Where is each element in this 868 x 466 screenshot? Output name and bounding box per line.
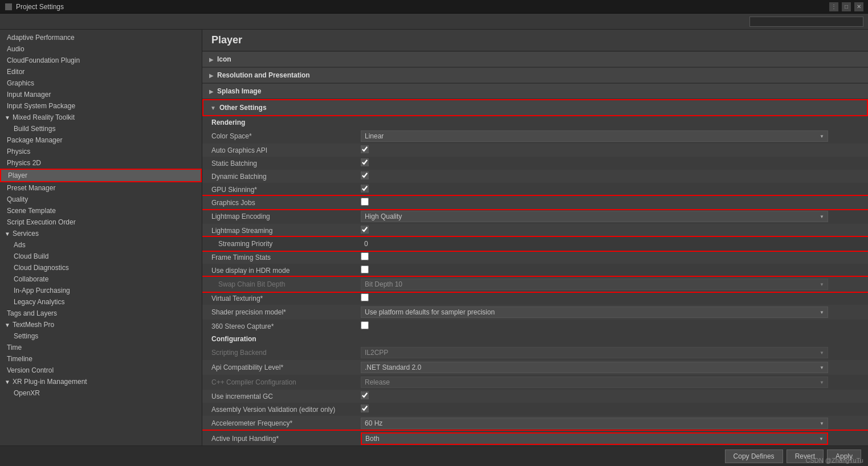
color-space-label: Color Space* bbox=[202, 129, 356, 144]
frame-timing-row: Frame Timing Stats bbox=[202, 251, 868, 264]
icon-section-title: Icon bbox=[217, 55, 231, 63]
incremental-gc-label: Use incremental GC bbox=[202, 390, 356, 403]
watermark: CSDN @ZhangTuTu bbox=[806, 457, 863, 464]
swap-chain-value: Bit Depth 10 ▼ bbox=[356, 277, 868, 292]
stereo-capture-label: 360 Stereo Capture* bbox=[202, 320, 356, 333]
copy-defines-button[interactable]: Copy Defines bbox=[725, 449, 783, 463]
sidebar-item-inapp-purchasing[interactable]: In-App Purchasing bbox=[0, 285, 202, 296]
sidebar-item-version-control[interactable]: Version Control bbox=[0, 365, 202, 376]
incremental-gc-checkbox[interactable] bbox=[361, 391, 369, 399]
sidebar-item-scene-template[interactable]: Scene Template bbox=[0, 205, 202, 216]
close-btn[interactable]: ✕ bbox=[854, 2, 863, 11]
static-batching-checkbox[interactable] bbox=[361, 158, 369, 166]
sidebar-item-graphics[interactable]: Graphics bbox=[0, 77, 202, 89]
sidebar-item-player[interactable]: Player bbox=[0, 169, 202, 182]
maximize-btn[interactable]: □ bbox=[842, 2, 851, 11]
hdr-mode-checkbox[interactable] bbox=[361, 265, 369, 273]
sidebar-item-openxr[interactable]: OpenXR bbox=[0, 387, 202, 399]
dynamic-batching-checkbox[interactable] bbox=[361, 171, 369, 179]
api-compatibility-dropdown[interactable]: .NET Standard 2.0 ▼ bbox=[361, 362, 828, 373]
swap-chain-dropdown-value: Bit Depth 10 bbox=[365, 280, 402, 288]
frame-timing-value bbox=[356, 251, 868, 264]
sidebar-item-legacy-analytics[interactable]: Legacy Analytics bbox=[0, 296, 202, 308]
section-splash[interactable]: ▶ Splash Image bbox=[202, 83, 868, 99]
sidebar-item-preset-manager[interactable]: Preset Manager bbox=[0, 182, 202, 194]
streaming-priority-value bbox=[356, 237, 868, 251]
section-resolution[interactable]: ▶ Resolution and Presentation bbox=[202, 67, 868, 83]
graphics-jobs-value bbox=[356, 196, 868, 209]
stereo-capture-row: 360 Stereo Capture* bbox=[202, 320, 868, 333]
auto-graphics-row: Auto Graphics API bbox=[202, 144, 868, 157]
resolution-section-title: Resolution and Presentation bbox=[217, 71, 310, 79]
sidebar-item-cloud-diagnostics[interactable]: Cloud Diagnostics bbox=[0, 262, 202, 273]
sidebar-item-audio[interactable]: Audio bbox=[0, 43, 202, 55]
search-input[interactable] bbox=[749, 17, 863, 27]
active-input-row: Active Input Handling* Both ▼ bbox=[202, 431, 868, 445]
hdr-mode-value bbox=[356, 264, 868, 277]
assembly-validation-checkbox[interactable] bbox=[361, 404, 369, 412]
sidebar-item-physics[interactable]: Physics bbox=[0, 146, 202, 157]
frame-timing-checkbox[interactable] bbox=[361, 252, 369, 260]
rendering-header: Rendering bbox=[202, 116, 868, 129]
lightmap-streaming-checkbox[interactable] bbox=[361, 226, 369, 234]
sidebar-item-input-system[interactable]: Input System Package bbox=[0, 100, 202, 112]
sidebar-item-services[interactable]: ▼ Services bbox=[0, 228, 202, 239]
sidebar-item-timeline[interactable]: Timeline bbox=[0, 353, 202, 365]
gpu-skinning-checkbox[interactable] bbox=[361, 185, 369, 193]
lightmap-streaming-value bbox=[356, 224, 868, 237]
dynamic-batching-value bbox=[356, 170, 868, 183]
menu-btn[interactable]: ⋮ bbox=[829, 2, 838, 11]
sidebar-item-time[interactable]: Time bbox=[0, 342, 202, 353]
section-icon[interactable]: ▶ Icon bbox=[202, 51, 868, 67]
lightmap-encoding-dropdown-value: High Quality bbox=[365, 212, 402, 220]
accelerometer-dropdown[interactable]: 60 Hz ▼ bbox=[361, 418, 828, 429]
sidebar-item-build-settings[interactable]: Build Settings bbox=[0, 123, 202, 134]
scripting-backend-dropdown[interactable]: IL2CPP ▼ bbox=[361, 347, 828, 358]
sidebar-item-tags-layers[interactable]: Tags and Layers bbox=[0, 308, 202, 319]
active-input-dropdown[interactable]: Both ▼ bbox=[361, 432, 828, 445]
sidebar-item-physics-2d[interactable]: Physics 2D bbox=[0, 157, 202, 169]
configuration-header: Configuration bbox=[202, 333, 868, 345]
assembly-validation-row: Assembly Version Validation (editor only… bbox=[202, 403, 868, 416]
streaming-priority-input[interactable] bbox=[361, 239, 828, 249]
accelerometer-row: Accelerometer Frequency* 60 Hz ▼ bbox=[202, 416, 868, 431]
sidebar-item-cloudfoundation[interactable]: CloudFoundation Plugin bbox=[0, 55, 202, 66]
cpp-compiler-dropdown-value: Release bbox=[365, 378, 390, 386]
sidebar-item-collaborate[interactable]: Collaborate bbox=[0, 273, 202, 285]
cpp-compiler-dropdown[interactable]: Release ▼ bbox=[361, 377, 828, 388]
cpp-compiler-label: C++ Compiler Configuration bbox=[202, 375, 356, 390]
static-batching-label: Static Batching bbox=[202, 157, 356, 170]
sidebar-item-services-label: Services bbox=[13, 230, 39, 238]
graphics-jobs-checkbox[interactable] bbox=[361, 198, 369, 206]
virtual-texturing-value bbox=[356, 292, 868, 305]
stereo-capture-checkbox[interactable] bbox=[361, 321, 369, 329]
sidebar-item-script-execution-order[interactable]: Script Execution Order bbox=[0, 216, 202, 228]
lightmap-encoding-dropdown[interactable]: High Quality ▼ bbox=[361, 211, 828, 222]
sidebar-item-input-manager[interactable]: Input Manager bbox=[0, 89, 202, 100]
title-bar-controls: ⋮ □ ✕ bbox=[829, 2, 863, 11]
splash-section-title: Splash Image bbox=[217, 87, 261, 95]
sidebar-item-ads[interactable]: Ads bbox=[0, 239, 202, 251]
color-space-value: Linear ▼ bbox=[356, 129, 868, 144]
splash-section-arrow: ▶ bbox=[209, 88, 214, 95]
swap-chain-dropdown[interactable]: Bit Depth 10 ▼ bbox=[361, 279, 828, 290]
scripting-backend-dropdown-value: IL2CPP bbox=[365, 349, 388, 357]
sidebar-item-mixed-reality[interactable]: ▼ Mixed Reality Toolkit bbox=[0, 112, 202, 123]
sidebar-item-editor[interactable]: Editor bbox=[0, 66, 202, 77]
virtual-texturing-row: Virtual Texturing* bbox=[202, 292, 868, 305]
section-other-settings[interactable]: ▼ Other Settings bbox=[202, 99, 868, 116]
shader-precision-dropdown[interactable]: Use platform defaults for sampler precis… bbox=[361, 306, 828, 318]
sidebar-item-package-manager[interactable]: Package Manager bbox=[0, 134, 202, 146]
sidebar-item-cloud-build[interactable]: Cloud Build bbox=[0, 251, 202, 262]
virtual-texturing-checkbox[interactable] bbox=[361, 293, 369, 301]
sidebar-item-textmesh[interactable]: ▼ TextMesh Pro bbox=[0, 319, 202, 330]
active-input-dropdown-value: Both bbox=[365, 435, 380, 443]
stereo-capture-value bbox=[356, 320, 868, 333]
sidebar-item-textmesh-settings[interactable]: Settings bbox=[0, 330, 202, 342]
sidebar-item-quality[interactable]: Quality bbox=[0, 194, 202, 205]
color-space-dropdown[interactable]: Linear ▼ bbox=[361, 130, 828, 142]
auto-graphics-checkbox[interactable] bbox=[361, 145, 369, 153]
sidebar-item-adaptive-performance[interactable]: Adaptive Performance bbox=[0, 32, 202, 43]
shader-precision-label: Shader precision model* bbox=[202, 305, 356, 320]
sidebar-item-xr-plugin[interactable]: ▼ XR Plug-in Management bbox=[0, 376, 202, 387]
